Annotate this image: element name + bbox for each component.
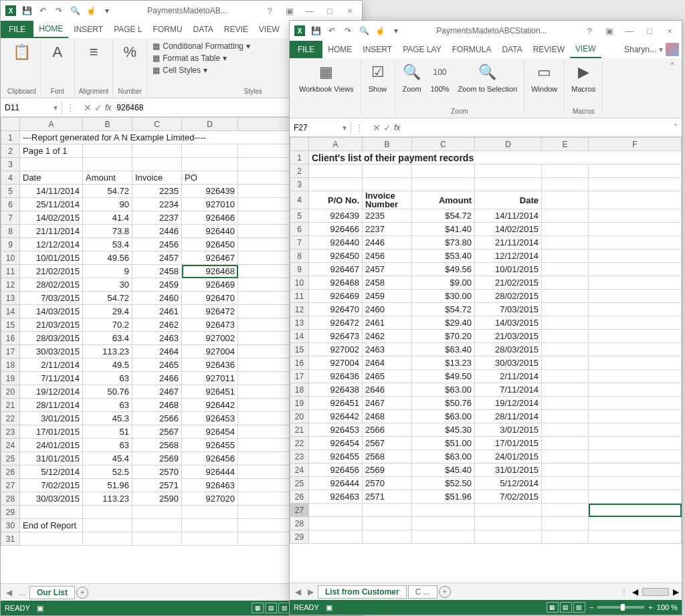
cell[interactable]: 12/12/2014 [475,249,542,263]
cell[interactable]: $54.72 [412,303,475,316]
insert-tab[interactable]: INSERT [357,41,397,58]
cell[interactable]: 2459 [363,290,412,303]
cell[interactable]: 28/02/2015 [20,278,83,292]
view-page-layout-icon[interactable]: ▤ [265,603,277,613]
cell[interactable]: 2463 [363,343,412,356]
row-header[interactable]: 8 [290,249,309,263]
cell[interactable]: 2234 [132,198,182,211]
column-header[interactable]: D [475,138,542,151]
help-icon[interactable]: ? [580,23,599,38]
cell[interactable]: 30/03/2015 [20,345,83,358]
close-icon[interactable]: × [340,3,359,18]
cell[interactable]: 2571 [363,490,412,504]
row-header[interactable]: 20 [1,385,20,399]
cell[interactable]: 63.4 [83,332,132,345]
formulas-tab[interactable]: FORMU [148,21,188,38]
cell[interactable]: 2461 [132,305,182,318]
cell[interactable]: 7/11/2014 [20,372,83,385]
row-header[interactable]: 24 [1,439,20,452]
row-header[interactable]: 9 [1,238,20,251]
cell[interactable]: 2465 [132,358,182,372]
sheet-nav-more[interactable]: ... [16,588,28,597]
cell[interactable]: 2568 [363,450,412,464]
ribbon-display-icon[interactable]: ▣ [600,23,619,38]
cell[interactable]: 2570 [132,466,182,479]
maximize-icon[interactable]: □ [640,23,659,38]
cell[interactable]: Amount [83,171,132,185]
cell[interactable]: 926450 [182,238,238,251]
cell[interactable]: 926444 [309,477,363,490]
cell[interactable]: 926466 [309,223,363,236]
cell[interactable]: 926466 [182,211,238,225]
cell[interactable]: 12/12/2014 [20,238,83,251]
cancel-formula-icon[interactable]: ✕ [373,122,381,133]
cell[interactable]: 2459 [132,278,182,292]
fx-icon[interactable]: fx [105,103,111,112]
cell[interactable]: 926442 [309,410,363,423]
row-header[interactable]: 13 [1,292,20,305]
cell[interactable]: $49.56 [412,263,475,276]
cell[interactable]: 28/11/2014 [475,410,542,423]
cell[interactable]: 21/02/2015 [20,265,83,278]
cell[interactable]: 926473 [309,330,363,343]
cell[interactable]: $45.40 [412,464,475,477]
row-header[interactable]: 3 [1,158,20,171]
row-header[interactable]: 12 [1,278,20,292]
row-header[interactable]: 2 [1,144,20,158]
cell[interactable]: 45.3 [83,412,132,425]
page-layout-tab[interactable]: PAGE LAY [397,41,447,58]
cell[interactable]: 52.5 [83,466,132,479]
cell[interactable]: 17/01/2015 [475,437,542,450]
row-header[interactable]: 15 [290,343,309,356]
minimize-icon[interactable]: — [620,23,639,38]
row-header[interactable]: 17 [290,370,309,383]
name-box[interactable]: D11▾ [1,102,62,114]
cell[interactable]: 53.4 [83,238,132,251]
cell[interactable]: 21/11/2014 [20,225,83,238]
file-tab[interactable]: FILE [1,21,33,38]
cell[interactable]: 926454 [182,425,238,439]
row-header[interactable]: 26 [290,490,309,504]
alignment-button[interactable]: ≡ [81,41,106,64]
cell[interactable]: Invoice Number [363,191,412,209]
excel-icon[interactable]: X [292,23,307,38]
cell[interactable]: 2590 [132,492,182,506]
cell[interactable]: 2446 [132,225,182,238]
user-name[interactable]: Sharyn... [624,45,656,54]
row-header[interactable]: 15 [1,318,20,332]
cell[interactable]: 926455 [182,439,238,452]
print-preview-icon[interactable]: 🔍 [68,3,82,18]
cell[interactable]: 2457 [363,263,412,276]
view-tab[interactable]: VIEW [570,41,601,58]
cell[interactable]: 14/03/2015 [475,316,542,330]
cell[interactable]: 2467 [132,385,182,399]
row-header[interactable]: 5 [1,185,20,198]
cell[interactable]: End of Report [20,519,83,532]
cell[interactable]: 2456 [132,238,182,251]
cell[interactable]: 926463 [309,490,363,504]
cell[interactable]: 50.76 [83,385,132,399]
cell[interactable]: 2569 [132,452,182,466]
cell[interactable]: 2568 [132,439,182,452]
macro-record-icon[interactable]: ▣ [37,604,43,613]
cell[interactable]: 28/03/2015 [475,343,542,356]
cell[interactable]: 30/03/2015 [20,492,83,506]
cell[interactable]: 2458 [132,265,182,278]
cell[interactable]: 2460 [363,303,412,316]
zoom-slider[interactable] [597,606,644,609]
cell[interactable]: 927020 [182,492,238,506]
cell[interactable]: 926453 [309,423,363,437]
zoom-button[interactable]: 🔍Zoom [399,61,425,94]
cell[interactable]: 926467 [182,251,238,265]
fx-icon[interactable]: fx [394,123,400,132]
cell[interactable]: 54.72 [83,185,132,198]
row-header[interactable]: 1 [290,151,309,165]
cell[interactable]: 926444 [182,466,238,479]
cell[interactable]: 2566 [363,423,412,437]
review-tab[interactable]: REVIE [219,21,254,38]
cell[interactable]: $53.40 [412,249,475,263]
cell[interactable]: 2646 [363,383,412,397]
cell[interactable]: 2462 [132,318,182,332]
column-header[interactable]: E [542,138,589,151]
cell[interactable]: 2235 [363,209,412,223]
